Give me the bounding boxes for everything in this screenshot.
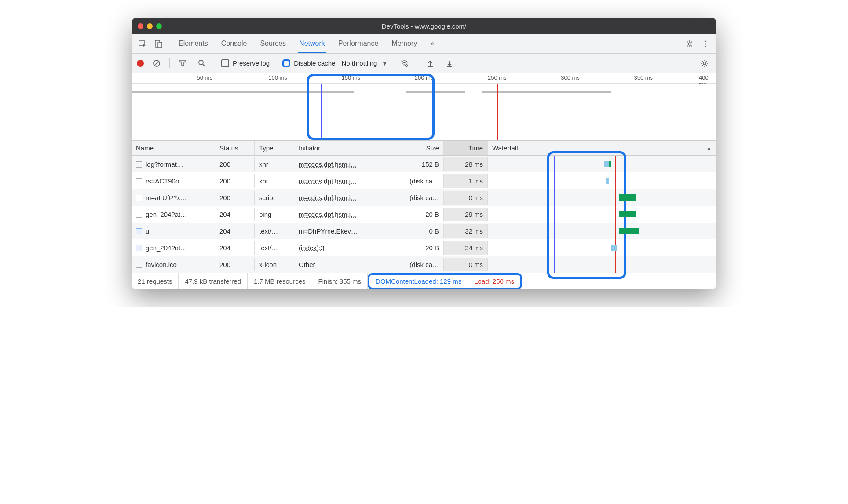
cell-time: 28 ms bbox=[444, 157, 488, 171]
cell-initiator[interactable]: m=cdos,dpf,hsm,j… bbox=[294, 208, 391, 221]
filter-icon[interactable] bbox=[176, 57, 189, 70]
preserve-log-checkbox[interactable]: Preserve log bbox=[221, 59, 270, 67]
gear-icon[interactable] bbox=[683, 37, 696, 51]
timeline-overview[interactable] bbox=[132, 84, 716, 141]
table-row[interactable]: ui204text/…m=DhPYme,Ekev…0 B32 ms bbox=[132, 223, 716, 239]
cell-initiator[interactable]: Other bbox=[294, 258, 391, 271]
devtools-window: DevTools - www.google.com/ Elements Cons… bbox=[132, 18, 716, 289]
tab-sources[interactable]: Sources bbox=[259, 35, 287, 53]
table-row[interactable]: rs=ACT90o…200xhrm=cdos,dpf,hsm,j…(disk c… bbox=[132, 172, 716, 189]
col-time[interactable]: Time bbox=[444, 141, 488, 155]
clear-icon[interactable] bbox=[150, 57, 163, 70]
cell-type: text/… bbox=[255, 241, 294, 255]
cell-time: 32 ms bbox=[444, 224, 488, 238]
cell-initiator[interactable]: m=DhPYme,Ekev… bbox=[294, 224, 391, 238]
file-icon bbox=[136, 212, 142, 218]
tab-memory[interactable]: Memory bbox=[391, 35, 418, 53]
separator bbox=[168, 39, 168, 49]
svg-point-4 bbox=[705, 40, 706, 42]
record-button[interactable] bbox=[137, 60, 144, 67]
download-har-icon[interactable] bbox=[443, 57, 456, 70]
ruler-tick: 150 ms bbox=[341, 74, 360, 81]
upload-har-icon[interactable] bbox=[424, 57, 437, 70]
separator bbox=[417, 58, 417, 68]
cell-initiator[interactable]: m=cdos,dpf,hsm,j… bbox=[294, 191, 391, 205]
cell-status: 200 bbox=[215, 191, 255, 205]
file-icon bbox=[136, 228, 142, 234]
table-row[interactable]: m=aLUfP?x…200scriptm=cdos,dpf,hsm,j…(dis… bbox=[132, 189, 716, 206]
overview-activity-bar bbox=[406, 91, 465, 93]
table-row[interactable]: favicon.ico200x-iconOther(disk ca…0 ms bbox=[132, 256, 716, 273]
waterfall-bar bbox=[619, 211, 636, 217]
cell-status: 200 bbox=[215, 174, 255, 188]
timeline-ruler[interactable]: 50 ms 100 ms 150 ms 200 ms 250 ms 300 ms… bbox=[132, 73, 716, 84]
cell-waterfall bbox=[488, 245, 716, 251]
table-row[interactable]: log?format…200xhrm=cdos,dpf,hsm,j…152 B2… bbox=[132, 156, 716, 172]
col-size[interactable]: Size bbox=[391, 141, 444, 155]
table-row[interactable]: gen_204?at…204pingm=cdos,dpf,hsm,j…20 B2… bbox=[132, 206, 716, 223]
cell-initiator[interactable]: m=cdos,dpf,hsm,j… bbox=[294, 157, 391, 171]
cell-type: script bbox=[255, 191, 294, 205]
more-tabs-icon[interactable]: » bbox=[429, 35, 435, 53]
file-icon bbox=[136, 161, 142, 168]
cell-initiator[interactable]: (index):3 bbox=[294, 241, 391, 255]
kebab-icon[interactable] bbox=[699, 37, 712, 51]
tab-console[interactable]: Console bbox=[220, 35, 248, 53]
search-icon[interactable] bbox=[195, 57, 208, 70]
cell-size: (disk ca… bbox=[391, 174, 444, 188]
file-icon bbox=[136, 178, 142, 184]
annotation-highlight: DOMContentLoaded: 129 ms Load: 250 ms bbox=[368, 273, 522, 289]
network-toolbar: Preserve log Disable cache No throttling… bbox=[132, 54, 716, 73]
cell-size: (disk ca… bbox=[391, 191, 444, 205]
tab-network[interactable]: Network bbox=[298, 35, 326, 53]
cell-waterfall bbox=[488, 194, 716, 201]
cell-time: 29 ms bbox=[444, 208, 488, 221]
cell-type: text/… bbox=[255, 224, 294, 238]
cell-size: 20 B bbox=[391, 241, 444, 255]
cell-time: 34 ms bbox=[444, 241, 488, 255]
col-status[interactable]: Status bbox=[215, 141, 255, 155]
cell-name: gen_204?at… bbox=[132, 208, 215, 221]
svg-point-9 bbox=[199, 60, 203, 65]
inspect-icon[interactable] bbox=[136, 37, 149, 51]
separator bbox=[276, 58, 276, 68]
footer-requests: 21 requests bbox=[132, 273, 179, 289]
panel-tabs: Elements Console Sources Network Perform… bbox=[178, 35, 680, 53]
gear-icon[interactable] bbox=[698, 57, 711, 70]
cell-type: x-icon bbox=[255, 258, 294, 271]
tab-elements[interactable]: Elements bbox=[178, 35, 209, 53]
cell-initiator[interactable]: m=cdos,dpf,hsm,j… bbox=[294, 174, 391, 188]
col-type[interactable]: Type bbox=[255, 141, 294, 155]
cell-name: favicon.ico bbox=[132, 258, 215, 271]
table-row[interactable]: gen_204?at…204text/…(index):320 B34 ms bbox=[132, 239, 716, 256]
cell-name: gen_204?at… bbox=[132, 241, 215, 255]
cell-time: 0 ms bbox=[444, 258, 488, 271]
cell-waterfall bbox=[488, 211, 716, 217]
cell-name: m=aLUfP?x… bbox=[132, 191, 215, 205]
svg-point-3 bbox=[688, 43, 691, 45]
cell-size: 20 B bbox=[391, 208, 444, 221]
waterfall-bar bbox=[609, 161, 611, 167]
throttling-select[interactable]: No throttling ▼ bbox=[341, 59, 391, 67]
tab-performance[interactable]: Performance bbox=[337, 35, 380, 53]
cell-type: xhr bbox=[255, 174, 294, 188]
col-waterfall[interactable]: Waterfall ▲ bbox=[488, 141, 716, 155]
panel-tabbar: Elements Console Sources Network Perform… bbox=[132, 34, 716, 54]
waterfall-bar bbox=[619, 228, 639, 234]
cell-waterfall bbox=[488, 178, 716, 184]
disable-cache-checkbox[interactable]: Disable cache bbox=[282, 59, 335, 67]
network-conditions-icon[interactable] bbox=[398, 57, 411, 70]
ruler-tick: 100 ms bbox=[268, 74, 287, 81]
cell-waterfall bbox=[488, 228, 716, 234]
chevron-down-icon: ▼ bbox=[381, 59, 388, 67]
cell-waterfall bbox=[488, 161, 716, 167]
col-name[interactable]: Name bbox=[132, 141, 215, 155]
footer-load: Load: 250 ms bbox=[468, 275, 520, 288]
svg-rect-2 bbox=[158, 42, 162, 48]
device-toggle-icon[interactable] bbox=[152, 37, 165, 51]
col-initiator[interactable]: Initiator bbox=[294, 141, 391, 155]
waterfall-bar bbox=[606, 178, 609, 184]
annotation-highlight bbox=[307, 74, 435, 140]
checkbox-icon bbox=[282, 59, 290, 67]
cell-status: 204 bbox=[215, 241, 255, 255]
